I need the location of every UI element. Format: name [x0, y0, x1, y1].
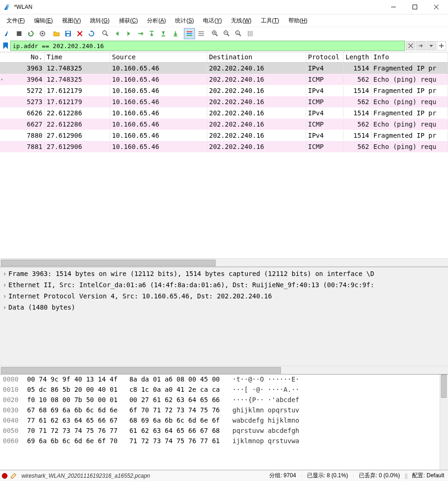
filter-dropdown-button[interactable] [427, 41, 436, 50]
close-file-button[interactable] [74, 28, 85, 39]
packet-row[interactable]: •396412.74832510.160.65.46202.202.240.16… [0, 74, 448, 85]
svg-rect-19 [187, 35, 192, 36]
svg-rect-8 [66, 31, 70, 33]
statusbar: wireshark_WLAN_20201116192316_a16552.pca… [0, 470, 448, 481]
packet-list-hscroll[interactable] [0, 258, 448, 267]
menu-item-8[interactable]: 无线(W) [227, 15, 255, 26]
hex-row[interactable]: 003067 68 69 6a 6b 6c 6d 6e 6f 70 71 72 … [3, 406, 437, 417]
no-colorize-button[interactable] [196, 28, 207, 39]
col-source[interactable]: Source [110, 52, 207, 62]
svg-line-28 [227, 34, 229, 36]
zoom-out-button[interactable] [221, 28, 232, 39]
menu-item-0[interactable]: 文件(F) [3, 15, 28, 26]
stop-capture-button[interactable] [14, 28, 25, 39]
menu-item-4[interactable]: 捕获(C) [115, 15, 142, 26]
minimize-button[interactable] [383, 0, 404, 14]
hex-row[interactable]: 001005 dc 86 5b 20 00 40 01 c8 1c 0a a0 … [3, 386, 437, 396]
go-first-button[interactable] [147, 28, 158, 39]
status-packets: 分组: 9704 [267, 472, 298, 480]
packet-row[interactable]: 788027.61290610.160.65.46202.202.240.16I… [0, 130, 448, 141]
goto-packet-button[interactable] [135, 28, 146, 39]
detail-row[interactable]: ›Internet Protocol Version 4, Src: 10.16… [1, 290, 447, 302]
svg-rect-9 [67, 34, 70, 36]
toolbar: 1 [0, 27, 448, 40]
detail-row[interactable]: ›Data (1480 bytes) [1, 302, 447, 313]
reload-button[interactable] [86, 28, 97, 39]
packet-list-header[interactable]: No. Time Source Destination Protocol Len… [0, 52, 448, 63]
go-back-button[interactable] [112, 28, 123, 39]
menu-item-1[interactable]: 编辑(E) [30, 15, 56, 26]
filter-apply-button[interactable] [416, 41, 426, 50]
go-forward-button[interactable] [123, 28, 134, 39]
colorize-button[interactable] [184, 28, 195, 39]
filter-clear-button[interactable] [406, 41, 415, 50]
shark-fin-icon[interactable] [2, 28, 13, 39]
packet-row[interactable]: 662622.61228610.160.65.46202.202.240.16I… [0, 107, 448, 119]
details-body[interactable]: ›Frame 3963: 1514 bytes on wire (12112 b… [0, 267, 448, 366]
hex-row[interactable]: 004077 61 62 63 64 65 66 67 68 69 6a 6b … [3, 417, 437, 427]
hex-row[interactable]: 006069 6a 6b 6c 6d 6e 6f 70 71 72 73 74 … [3, 437, 437, 447]
menu-item-5[interactable]: 分析(A) [143, 15, 169, 26]
hex-row[interactable]: 000000 74 9c 9f 40 13 14 4f 8a da 01 a6 … [3, 375, 437, 386]
status-profile[interactable]: 配置: Default [410, 472, 446, 480]
hex-row[interactable]: 005070 71 72 73 74 75 76 77 61 62 63 64 … [3, 427, 437, 437]
menu-item-3[interactable]: 跳转(G) [86, 15, 113, 26]
col-no[interactable]: No. [4, 52, 45, 62]
packet-row[interactable]: 788127.61290610.160.65.46202.202.240.16I… [0, 141, 448, 152]
hex-body[interactable]: 000000 74 9c 9f 40 13 14 4f 8a da 01 a6 … [0, 375, 440, 470]
col-info[interactable]: Info [371, 52, 448, 62]
filter-bookmark-icon[interactable] [2, 42, 9, 50]
svg-rect-22 [198, 35, 204, 36]
capture-file-edit-icon[interactable] [10, 473, 17, 479]
expand-icon[interactable]: › [1, 292, 8, 300]
svg-rect-17 [187, 31, 192, 32]
svg-rect-4 [17, 31, 21, 36]
svg-line-13 [106, 34, 108, 36]
expand-icon[interactable]: › [1, 270, 8, 277]
display-filter-input[interactable] [10, 41, 405, 51]
maximize-button[interactable] [404, 0, 426, 14]
close-button[interactable] [426, 0, 447, 14]
svg-rect-1 [413, 5, 417, 9]
details-hscroll[interactable] [0, 366, 448, 374]
hex-row[interactable]: 0020f0 10 08 00 7b 50 00 01 00 27 61 62 … [3, 396, 437, 406]
autoscroll-button[interactable] [170, 28, 181, 39]
zoom-in-button[interactable] [210, 28, 221, 39]
open-file-button[interactable] [51, 28, 62, 39]
menu-item-9[interactable]: 工具(T) [257, 15, 283, 26]
menu-item-10[interactable]: 帮助(H) [285, 15, 311, 26]
zoom-reset-button[interactable]: 1 [233, 28, 244, 39]
packet-row[interactable]: 662722.61228610.160.65.46202.202.240.16I… [0, 119, 448, 130]
restart-capture-button[interactable] [25, 28, 36, 39]
go-last-button[interactable] [158, 28, 169, 39]
col-time[interactable]: Time [45, 52, 110, 62]
titlebar: *WLAN [0, 0, 448, 14]
col-protocol[interactable]: Protocol [306, 52, 343, 62]
save-file-button[interactable] [63, 28, 74, 39]
svg-rect-21 [198, 33, 204, 34]
packet-row[interactable]: 527217.61217910.160.65.46202.202.240.16I… [0, 85, 448, 96]
find-button[interactable] [100, 28, 111, 39]
capture-options-button[interactable] [37, 28, 48, 39]
col-length[interactable]: Length [343, 52, 371, 62]
expert-info-icon[interactable] [2, 473, 7, 479]
hex-vscroll[interactable] [440, 375, 448, 470]
packet-row[interactable]: 396312.74832510.160.65.46202.202.240.16I… [0, 63, 448, 74]
window-title: *WLAN [14, 4, 383, 10]
packet-list-body[interactable]: 396312.74832510.160.65.46202.202.240.16I… [0, 63, 448, 258]
detail-row[interactable]: ›Ethernet II, Src: IntelCor_da:01:a6 (14… [1, 279, 447, 290]
col-destination[interactable]: Destination [207, 52, 306, 62]
packet-row[interactable]: 527317.61217910.160.65.46202.202.240.16I… [0, 96, 448, 107]
menu-item-7[interactable]: 电话(Y) [199, 15, 225, 26]
menu-item-2[interactable]: 视图(V) [58, 15, 84, 26]
filter-add-button[interactable] [437, 41, 446, 50]
expand-icon[interactable]: › [1, 281, 8, 289]
status-file: wireshark_WLAN_20201116192316_a16552.pca… [20, 473, 265, 479]
resize-columns-button[interactable] [245, 28, 256, 39]
detail-row[interactable]: ›Frame 3963: 1514 bytes on wire (12112 b… [1, 268, 447, 279]
svg-rect-18 [187, 33, 192, 34]
expand-icon[interactable]: › [1, 304, 8, 311]
menu-item-6[interactable]: 统计(S) [171, 15, 197, 26]
packet-details-pane: ›Frame 3963: 1514 bytes on wire (12112 b… [0, 267, 448, 374]
svg-point-12 [103, 31, 106, 35]
